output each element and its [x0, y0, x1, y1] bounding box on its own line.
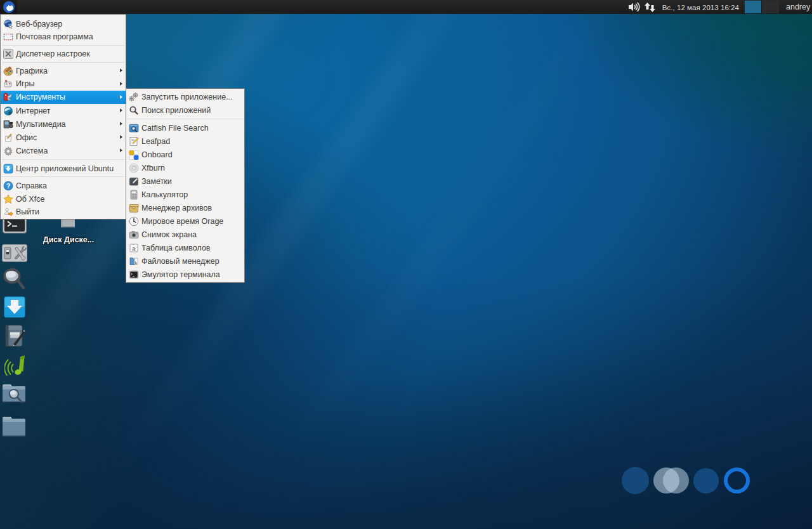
svg-text:a: a	[132, 244, 136, 251]
svg-text:?: ?	[6, 182, 11, 190]
